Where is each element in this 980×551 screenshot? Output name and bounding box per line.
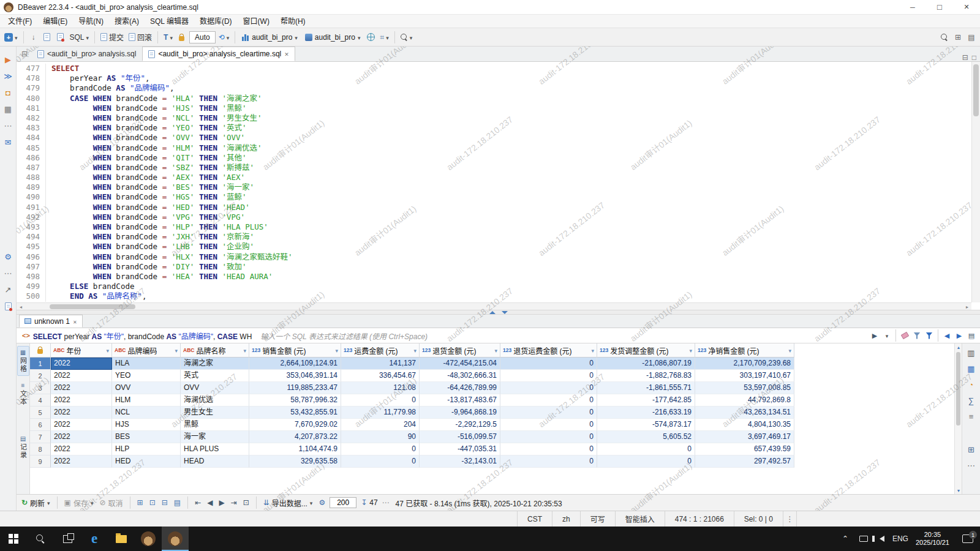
column-header[interactable]: ABC品牌名称 (181, 343, 249, 358)
filter-input[interactable]: 输入一个 SQL 表达式来过滤结果 (使用 Ctrl+Space) (260, 331, 869, 341)
grid-toggle-icon[interactable]: ▦ (2, 103, 13, 114)
rollback-button[interactable]: 回滚 (127, 31, 154, 44)
table-cell[interactable]: 11,779.98 (341, 407, 420, 419)
table-cell[interactable]: 303,197,410.67 (695, 370, 794, 382)
database-selector[interactable]: audit_bi_pro (302, 31, 364, 44)
filter-save-icon[interactable] (923, 329, 935, 342)
scrollbar-thumb[interactable] (973, 64, 979, 116)
scroll-left-icon[interactable]: ◂ (17, 303, 25, 310)
result-grid[interactable]: ABC年份ABC品牌编码ABC品牌名称123销售金额 (元)123运费金额 (元… (30, 343, 954, 494)
settings-gear-icon[interactable]: ⚙ (2, 251, 13, 262)
row-number[interactable]: 4 (30, 394, 51, 407)
table-cell[interactable]: 0 (500, 443, 597, 455)
connection-selector[interactable]: audit_bi_pro (239, 31, 301, 44)
editor-horizontal-scrollbar[interactable]: ◂ ▸ (17, 302, 971, 310)
table-cell[interactable]: 2022 (51, 394, 112, 407)
table-cell[interactable]: 53,432,855.91 (249, 407, 341, 419)
table-cell[interactable]: -2,292,129.5 (420, 419, 500, 431)
save-button[interactable]: ▣保存 (62, 496, 96, 509)
table-row[interactable]: 82022HLPHLA PLUS1,104,474.90-447,035.310… (30, 443, 954, 455)
table-cell[interactable]: HLM (112, 394, 181, 407)
table-cell[interactable]: -48,302,666.31 (420, 370, 500, 382)
collapse-down-icon[interactable] (502, 311, 508, 314)
table-cell[interactable]: 0 (500, 455, 597, 468)
table-cell[interactable]: 0 (341, 394, 420, 407)
layout-button[interactable]: ▤ (965, 31, 978, 44)
dbeaver-taskbar-button[interactable] (135, 527, 162, 551)
clear-filter-icon[interactable] (899, 329, 911, 342)
table-cell[interactable]: -1,861,555.71 (597, 382, 695, 394)
table-cell[interactable]: 336,454.67 (341, 370, 420, 382)
maximize-panel-icon[interactable]: □ (972, 54, 976, 61)
scroll-up-icon[interactable]: ▲ (955, 343, 962, 351)
table-cell[interactable]: 204 (341, 419, 420, 431)
table-cell[interactable]: 0 (500, 419, 597, 431)
row-number[interactable]: 1 (30, 358, 51, 370)
table-cell[interactable]: 0 (341, 455, 420, 468)
table-row[interactable]: 62022HJS黑鲸7,670,929.02204-2,292,129.50-5… (30, 419, 954, 431)
aggregate-panel-icon[interactable]: ∑ (966, 395, 977, 406)
results-view-tab[interactable]: ≡文本 (17, 380, 29, 408)
menu-item[interactable]: 编辑(E) (37, 15, 73, 28)
history-forward-icon[interactable]: ▶ (953, 329, 965, 342)
statusbar-menu-icon[interactable]: ⋮ (783, 511, 796, 527)
results-tab-unknown1[interactable]: unknown 1 (19, 315, 83, 328)
editor-vertical-scrollbar[interactable] (971, 62, 980, 302)
table-cell[interactable]: 海一家 (181, 431, 249, 443)
task-view-button[interactable] (54, 527, 81, 551)
editor-list-icon[interactable]: ⊟ (18, 47, 31, 61)
chart-panel-icon[interactable]: ◔ (966, 379, 977, 390)
execute-statement-icon[interactable]: ▶ (2, 54, 13, 65)
table-cell[interactable]: 0 (500, 370, 597, 382)
language-indicator[interactable]: ENG (891, 527, 910, 551)
sync-button[interactable]: ⟲ (217, 31, 232, 44)
table-cell[interactable]: 男生女生 (181, 407, 249, 419)
table-cell[interactable]: 2022 (51, 370, 112, 382)
row-number[interactable]: 3 (30, 382, 51, 394)
table-cell[interactable]: 0 (500, 407, 597, 419)
table-cell[interactable]: HLA (112, 358, 181, 370)
volume-tray-button[interactable] (873, 527, 891, 551)
more-actions-icon[interactable]: ⋯ (2, 120, 13, 131)
notification-center-button[interactable]: 1 (956, 527, 980, 551)
table-cell[interactable]: 2022 (51, 443, 112, 455)
table-cell[interactable]: 1,104,474.9 (249, 443, 341, 455)
add-row-button[interactable]: ⊞ (135, 496, 145, 509)
table-cell[interactable]: 297,492.57 (695, 455, 794, 468)
collapse-up-icon[interactable] (489, 311, 496, 314)
table-cell[interactable]: 2,170,709,239.68 (695, 358, 794, 370)
panel-toggle-icon[interactable]: ▤ (965, 329, 978, 342)
last-row-button[interactable]: ⇥ (229, 496, 239, 509)
row-number[interactable]: 8 (30, 443, 51, 455)
maximize-button[interactable] (926, 0, 953, 15)
column-header[interactable]: 123净销售金额 (元) (695, 343, 794, 358)
hidden-icons-chevron[interactable]: ⌃ (836, 527, 854, 551)
table-cell[interactable]: 119,885,233.47 (249, 382, 341, 394)
taskbar-clock[interactable]: 20:35 2025/10/21 (910, 531, 956, 547)
sql-editor[interactable]: 477SELECT478 perYear AS "年份",479 brandCo… (17, 62, 980, 310)
column-header[interactable]: ABC年份 (51, 343, 112, 358)
delete-row-button[interactable]: ⊟ (160, 496, 170, 509)
close-tab-icon[interactable] (284, 50, 289, 58)
scroll-right-icon[interactable]: ▸ (963, 303, 971, 310)
table-cell[interactable]: -177,642.85 (597, 394, 695, 407)
filter-settings-icon[interactable] (911, 329, 923, 342)
scroll-down-icon[interactable]: ▼ (955, 487, 962, 494)
table-cell[interactable]: 5,605.52 (597, 431, 695, 443)
table-cell[interactable]: 121.08 (341, 382, 420, 394)
column-filter-icon[interactable] (689, 346, 692, 354)
explain-plan-icon[interactable]: ◘ (2, 87, 13, 98)
table-row[interactable]: 72022BES海一家4,207,873.2290-516,099.5705,6… (30, 431, 954, 443)
close-tab-icon[interactable] (73, 317, 77, 326)
table-cell[interactable]: HLP (112, 443, 181, 455)
fetch-all-button[interactable]: ↧47 (359, 496, 379, 509)
table-cell[interactable]: 2022 (51, 382, 112, 394)
table-cell[interactable]: -21,086,807.19 (597, 358, 695, 370)
quick-search-button[interactable] (938, 31, 951, 44)
table-cell[interactable]: 0 (597, 455, 695, 468)
code-area[interactable]: 477SELECT478 perYear AS "年份",479 brandCo… (17, 62, 971, 302)
previous-row-button[interactable]: ◀ (205, 496, 214, 509)
menu-item[interactable]: SQL 编辑器 (145, 15, 194, 28)
column-filter-icon[interactable] (106, 346, 109, 354)
table-cell[interactable]: 3,697,469.17 (695, 431, 794, 443)
